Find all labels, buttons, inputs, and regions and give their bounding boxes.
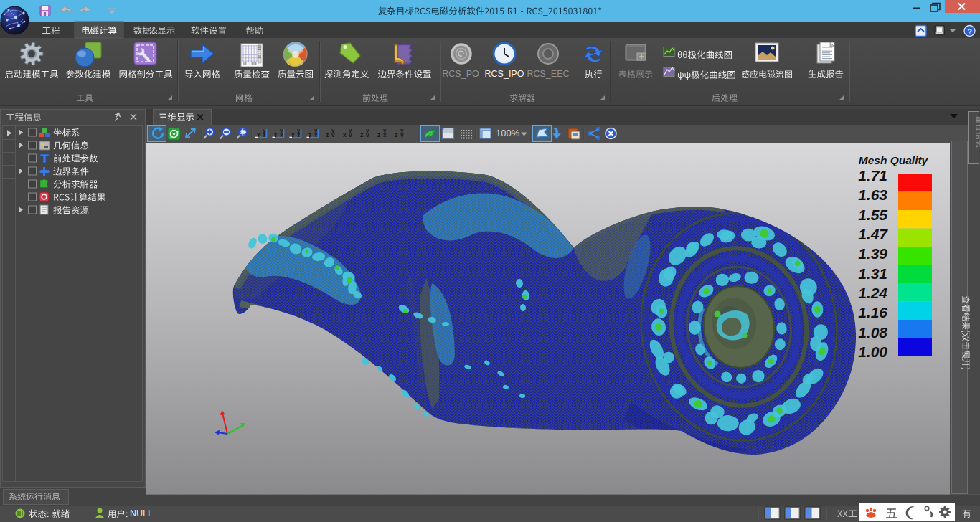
svg-text:RCS_EEC: RCS_EEC xyxy=(527,69,569,79)
svg-text:1.24: 1.24 xyxy=(858,285,887,301)
svg-text:x: x xyxy=(343,131,347,138)
svg-text:y: y xyxy=(400,131,404,138)
svg-text:z: z xyxy=(360,131,363,138)
svg-text:v: v xyxy=(349,131,352,138)
svg-text:RCS_PO: RCS_PO xyxy=(442,69,479,79)
svg-text:x: x xyxy=(383,131,387,138)
svg-text:1.71: 1.71 xyxy=(858,167,887,184)
svg-text:1.08: 1.08 xyxy=(858,324,887,341)
svg-text:z: z xyxy=(395,131,397,138)
svg-text:1.16: 1.16 xyxy=(858,304,887,321)
svg-text:?: ? xyxy=(967,27,972,36)
svg-text:v: v xyxy=(331,131,335,138)
svg-text:100%: 100% xyxy=(496,128,520,138)
svg-text:RCS_IPO: RCS_IPO xyxy=(485,69,524,79)
svg-text:1.55: 1.55 xyxy=(858,207,887,223)
svg-text:z: z xyxy=(326,131,329,138)
svg-text:1.47: 1.47 xyxy=(858,226,888,242)
svg-text:NULL: NULL xyxy=(130,508,153,518)
svg-text:v: v xyxy=(366,131,369,138)
svg-text:z: z xyxy=(377,131,380,138)
svg-text:Mesh Quality: Mesh Quality xyxy=(859,154,929,166)
svg-text:1.31: 1.31 xyxy=(858,265,887,282)
svg-text:1.39: 1.39 xyxy=(858,245,887,262)
svg-text:1.00: 1.00 xyxy=(858,343,887,360)
svg-text:1.63: 1.63 xyxy=(858,186,887,203)
